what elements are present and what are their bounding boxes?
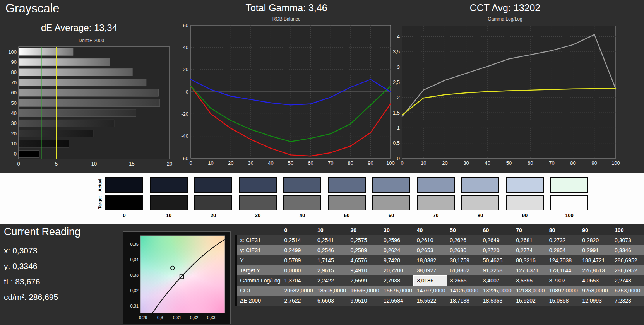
table-cell[interactable]: 10892,0000	[546, 286, 579, 296]
table-cell[interactable]: 18,5363	[480, 296, 513, 306]
table-cell[interactable]: 3,5395	[513, 275, 546, 286]
table-cell[interactable]: 173,1144	[546, 265, 579, 275]
svg-text:2: 2	[397, 94, 400, 100]
table-cell[interactable]: 0,2624	[380, 245, 414, 255]
table-cell[interactable]: 91,3258	[480, 265, 513, 275]
table-cell[interactable]: 9,4910	[348, 265, 381, 275]
table-cell[interactable]: 4,0653	[579, 275, 611, 286]
table-row-label: CCT	[237, 286, 281, 296]
table-cell[interactable]: 50,4625	[480, 255, 513, 265]
table-cell[interactable]: 124,7038	[546, 255, 579, 265]
table-cell[interactable]: 2,9615	[314, 265, 348, 275]
table-cell[interactable]: 15,0868	[546, 296, 579, 306]
table-cell[interactable]: 2,5599	[348, 275, 381, 286]
table-cell[interactable]: 3,4007	[480, 275, 513, 286]
table-cell[interactable]: 286,6952	[611, 255, 644, 265]
table-cell[interactable]: 0,2732	[546, 235, 579, 245]
table-cell[interactable]: 0,5789	[281, 255, 315, 265]
actual-swatch-0	[105, 177, 143, 193]
table-row: CCT20682,000018505,000016693,000015576,0…	[235, 286, 644, 296]
table-cell[interactable]: 0,2610	[414, 235, 447, 245]
table-row: x: CIE310,25140,25410,25750,25960,26100,…	[235, 235, 644, 245]
table-cell[interactable]: 12,6584	[380, 296, 414, 306]
table-cell[interactable]: 18505,0000	[314, 286, 348, 296]
table-cell[interactable]: 7,2323	[611, 296, 644, 306]
table-cell[interactable]: 15576,0000	[380, 286, 414, 296]
table-cell[interactable]: 0,2596	[380, 235, 414, 245]
table-cell[interactable]: 12,0993	[579, 296, 611, 306]
table-cell[interactable]: 13226,0000	[480, 286, 513, 296]
table-cell[interactable]: 12183,0000	[513, 286, 546, 296]
svg-text:60: 60	[308, 160, 313, 166]
table-cell[interactable]: 0,2991	[579, 245, 611, 255]
target-swatch-row	[105, 195, 588, 210]
table-cell[interactable]: 2,7622	[281, 296, 315, 306]
table-cell[interactable]: 2,7938	[380, 275, 414, 286]
table-cell[interactable]: 16,9202	[513, 296, 546, 306]
table-cell[interactable]: 0,2626	[447, 235, 480, 245]
table-cell[interactable]: 2,2422	[314, 275, 348, 286]
svg-text:0,32: 0,32	[190, 315, 198, 320]
table-cell[interactable]: 0,2854	[546, 245, 579, 255]
table-cell[interactable]: 3,0186	[414, 275, 447, 286]
table-cell[interactable]: 1,7145	[314, 255, 348, 265]
table-cell[interactable]: 0,2653	[414, 245, 447, 255]
table-cell[interactable]: 0,2681	[513, 235, 546, 245]
table-cell[interactable]: 15,5522	[414, 296, 447, 306]
table-cell[interactable]: 0,2514	[281, 235, 315, 245]
svg-text:0,33: 0,33	[130, 273, 139, 277]
svg-text:60: 60	[11, 90, 17, 96]
table-cell[interactable]: 0,3346	[611, 245, 644, 255]
table-cell[interactable]: 0,2546	[314, 245, 348, 255]
target-swatch-30	[239, 195, 277, 210]
table-cell[interactable]: 61,8862	[447, 265, 480, 275]
table-cell[interactable]: 0,0000	[281, 265, 315, 275]
svg-text:40: 40	[485, 160, 490, 166]
table-cell[interactable]: 0,2499	[281, 245, 315, 255]
svg-text:50: 50	[506, 160, 512, 166]
swatch-column-label: 10	[150, 212, 188, 218]
table-cell[interactable]: 1,3704	[281, 275, 315, 286]
deltae-bar-chart: 051015201009080706050403020100	[7, 44, 176, 169]
svg-text:0: 0	[401, 160, 403, 166]
table-cell[interactable]: 0,2774	[513, 245, 546, 255]
table-cell[interactable]: 0,3073	[611, 235, 644, 245]
table-cell[interactable]: 3,2665	[447, 275, 480, 286]
table-row-label: x: CIE31	[237, 235, 281, 245]
table-cell[interactable]: 2,2748	[611, 275, 644, 286]
table-cell[interactable]: 3,7307	[546, 275, 579, 286]
table-cell[interactable]: 38,0927	[414, 265, 447, 275]
table-cell[interactable]: 18,7138	[447, 296, 480, 306]
svg-text:0,32: 0,32	[130, 288, 139, 293]
table-cell[interactable]: 0,2589	[348, 245, 381, 255]
svg-text:1: 1	[397, 125, 400, 131]
table-cell[interactable]: 226,8613	[579, 265, 611, 275]
table-cell[interactable]: 0,2649	[480, 235, 513, 245]
table-cell[interactable]: 20,7200	[380, 265, 414, 275]
table-cell[interactable]: 14126,0000	[447, 286, 480, 296]
table-cell[interactable]: 6753,0000	[611, 286, 644, 296]
table-cell[interactable]: 80,3216	[513, 255, 546, 265]
table-cell[interactable]: 9268,0000	[579, 286, 611, 296]
table-cell[interactable]: 30,1759	[447, 255, 480, 265]
table-cell[interactable]: 0,2720	[480, 245, 513, 255]
table-cell[interactable]: 0,2820	[579, 235, 611, 245]
table-cell[interactable]: 0,2680	[447, 245, 480, 255]
table-cell[interactable]: 9,7420	[380, 255, 414, 265]
svg-text:0: 0	[397, 156, 400, 161]
table-cell[interactable]: 6,6603	[314, 296, 348, 306]
table-cell[interactable]: 286,6952	[611, 265, 644, 275]
table-cell[interactable]: 20682,0000	[281, 286, 315, 296]
table-cell[interactable]: 18,0382	[414, 255, 447, 265]
deltae-bar-30	[19, 120, 114, 127]
svg-text:30: 30	[11, 120, 17, 126]
table-cell[interactable]: 0,2575	[348, 235, 381, 245]
table-cell[interactable]: 14797,0000	[414, 286, 447, 296]
table-cell[interactable]: 0,2541	[314, 235, 348, 245]
table-cell[interactable]: 16693,0000	[348, 286, 381, 296]
grayscale-swatch-band: Actual Target 0102030405060708090100	[0, 173, 644, 224]
table-cell[interactable]: 4,6576	[348, 255, 381, 265]
table-cell[interactable]: 9,9510	[348, 296, 381, 306]
table-cell[interactable]: 188,4721	[579, 255, 611, 265]
table-cell[interactable]: 127,6371	[513, 265, 546, 275]
